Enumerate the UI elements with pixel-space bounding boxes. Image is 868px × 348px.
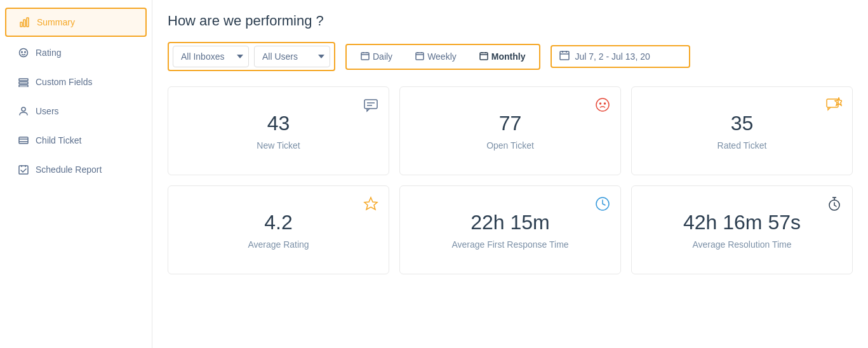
avg-rating-label: Average Rating xyxy=(248,239,309,250)
date-range-group[interactable]: Jul 7, 2 - Jul 13, 20 xyxy=(551,45,690,68)
weekly-icon xyxy=(415,51,424,62)
calendar-icon xyxy=(559,50,570,63)
open-ticket-value: 77 xyxy=(499,112,522,135)
weekly-label: Weekly xyxy=(427,51,457,62)
sidebar-item-rating[interactable]: Rating xyxy=(5,39,147,66)
open-ticket-label: Open Ticket xyxy=(486,140,534,151)
user-select[interactable]: All Users xyxy=(254,46,330,67)
svg-rect-2 xyxy=(27,18,29,27)
monthly-icon xyxy=(479,51,488,62)
sidebar-item-custom-fields[interactable]: Custom Fields xyxy=(5,69,147,95)
daily-icon xyxy=(361,51,370,62)
svg-point-36 xyxy=(600,103,601,104)
sidebar-item-summary[interactable]: Summary xyxy=(5,8,147,37)
avg-first-response-label: Average First Response Time xyxy=(451,239,568,250)
svg-point-3 xyxy=(20,49,28,57)
stat-card-avg-first-response: 22h 15m Average First Response Time xyxy=(399,185,621,274)
sidebar-item-label: Rating xyxy=(36,48,61,58)
stat-card-open-ticket: 77 Open Ticket xyxy=(399,86,621,175)
clock-icon xyxy=(595,196,610,215)
sidebar: Summary Rating Custom Fields xyxy=(0,0,152,348)
filters-row: All Inboxes All Users Daily xyxy=(168,42,853,71)
svg-rect-13 xyxy=(19,166,28,174)
svg-rect-7 xyxy=(19,82,28,84)
star-chat-icon xyxy=(825,97,842,116)
inbox-select[interactable]: All Inboxes xyxy=(173,46,249,67)
stat-card-rated-ticket: 35 Rated Ticket xyxy=(631,86,853,175)
main-content: How are we performing ? All Inboxes All … xyxy=(152,0,868,348)
sidebar-item-child-ticket[interactable]: Child Ticket xyxy=(5,127,147,154)
date-range-text: Jul 7, 2 - Jul 13, 20 xyxy=(575,51,650,62)
svg-rect-24 xyxy=(480,53,488,60)
avg-rating-value: 4.2 xyxy=(264,211,292,234)
avg-resolution-value: 42h 16m 57s xyxy=(683,211,801,234)
stat-card-avg-rating: 4.2 Average Rating xyxy=(168,185,389,274)
daily-button[interactable]: Daily xyxy=(352,48,401,66)
sad-icon xyxy=(595,97,610,116)
rated-ticket-value: 35 xyxy=(731,112,754,135)
svg-rect-32 xyxy=(364,100,377,109)
weekly-button[interactable]: Weekly xyxy=(406,48,465,66)
ticket-icon xyxy=(18,135,29,146)
svg-rect-0 xyxy=(20,22,22,27)
svg-rect-16 xyxy=(361,53,369,60)
stat-card-new-ticket: 43 New Ticket xyxy=(168,86,389,175)
svg-rect-8 xyxy=(19,85,28,87)
chart-icon xyxy=(19,17,30,28)
stopwatch-icon xyxy=(827,196,842,215)
rating-icon xyxy=(18,47,29,58)
svg-point-4 xyxy=(22,51,23,53)
page-title: How are we performing ? xyxy=(168,13,853,29)
svg-marker-40 xyxy=(364,197,377,210)
sidebar-item-users[interactable]: Users xyxy=(5,98,147,124)
avg-first-response-value: 22h 15m xyxy=(471,211,550,234)
stat-card-avg-resolution: 42h 16m 57s Average Resolution Time xyxy=(631,185,853,274)
new-ticket-value: 43 xyxy=(267,112,290,135)
svg-point-35 xyxy=(596,98,609,111)
schedule-icon xyxy=(18,164,29,175)
stats-grid: 43 New Ticket 77 Open Ticket xyxy=(168,86,853,274)
svg-rect-28 xyxy=(560,51,569,60)
users-icon xyxy=(18,105,29,117)
star-icon xyxy=(363,196,378,215)
inbox-user-filter-group: All Inboxes All Users xyxy=(168,42,335,71)
sidebar-item-label: Summary xyxy=(37,17,75,27)
svg-point-5 xyxy=(25,51,26,53)
svg-rect-1 xyxy=(23,20,25,27)
svg-point-37 xyxy=(604,103,606,104)
sidebar-item-label: Child Ticket xyxy=(36,135,81,145)
sidebar-item-label: Custom Fields xyxy=(36,77,92,87)
svg-rect-20 xyxy=(416,53,424,60)
svg-rect-10 xyxy=(19,137,28,144)
sidebar-item-label: Schedule Report xyxy=(36,164,102,175)
sidebar-item-schedule-report[interactable]: Schedule Report xyxy=(5,156,147,183)
avg-resolution-label: Average Resolution Time xyxy=(692,239,791,250)
svg-point-9 xyxy=(22,107,25,111)
fields-icon xyxy=(18,76,29,88)
new-ticket-label: New Ticket xyxy=(257,140,300,151)
rated-ticket-label: Rated Ticket xyxy=(718,140,767,151)
monthly-label: Monthly xyxy=(491,51,526,62)
daily-label: Daily xyxy=(373,51,392,62)
svg-rect-6 xyxy=(19,79,28,81)
sidebar-item-label: Users xyxy=(36,106,59,116)
period-filter-group: Daily Weekly xyxy=(345,44,540,70)
monthly-button[interactable]: Monthly xyxy=(471,48,535,66)
chat-icon xyxy=(363,97,378,116)
